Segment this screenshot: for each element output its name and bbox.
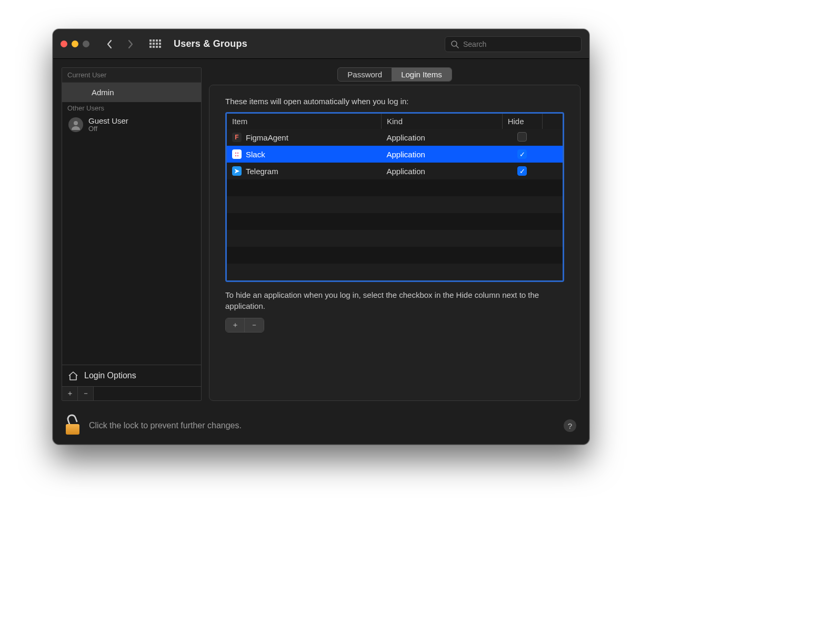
lock-button[interactable] [66,417,79,435]
col-kind[interactable]: Kind [381,114,502,129]
add-login-item-button[interactable]: ＋ [226,318,245,332]
hide-hint-text: To hide an application when you log in, … [225,289,564,311]
table-row-empty [227,247,563,264]
show-all-preferences-button[interactable] [149,39,162,49]
svg-point-2 [74,121,78,125]
tab-login-items[interactable]: Login Items [392,68,452,81]
house-icon [67,370,79,381]
telegram-app-icon: ➤ [232,166,242,176]
login-items-description: These items will open automatically when… [225,97,564,106]
row-item-name: Telegram [246,167,278,176]
table-row-empty [227,213,563,230]
login-items-add-remove: ＋ － [225,318,264,333]
forward-button[interactable] [127,39,134,49]
avatar-icon [68,117,83,132]
slack-app-icon: :: [232,149,242,159]
login-options-label: Login Options [84,371,136,380]
hide-checkbox[interactable] [517,132,527,142]
sidebar-add-remove: ＋ － [62,386,201,400]
tab-segmented-control: Password Login Items [337,67,452,82]
sidebar-guest-user[interactable]: Guest User Off [62,113,201,136]
lock-hint-text: Click the lock to prevent further change… [89,421,242,430]
table-header-row: Item Kind Hide [227,114,563,129]
main-panel: Password Login Items These items will op… [209,67,580,401]
table-row[interactable]: ➤TelegramApplication✓ [227,163,563,179]
col-item[interactable]: Item [227,114,381,129]
guest-user-name: Guest User [88,116,128,125]
add-user-button[interactable]: ＋ [62,387,78,400]
back-button[interactable] [106,39,113,49]
table-row-empty [227,264,563,280]
titlebar: Users & Groups [53,29,589,59]
sidebar-current-user[interactable]: Admin [62,83,201,102]
login-items-table[interactable]: Item Kind Hide FFigmaAgentApplication::S… [225,112,564,282]
row-item-name: FigmaAgent [246,133,288,142]
hide-checkbox[interactable]: ✓ [517,149,527,159]
table-row[interactable]: ::SlackApplication✓ [227,146,563,163]
figma-app-icon: F [232,133,242,142]
table-row-empty [227,230,563,247]
users-sidebar: Current User Admin Other Users Guest Use… [62,67,202,401]
search-icon [450,40,459,48]
table-row-empty [227,196,563,213]
row-kind: Application [381,146,502,163]
zoom-window-button[interactable] [83,41,89,47]
search-field[interactable] [445,36,582,52]
window-title: Users & Groups [174,38,247,49]
table-row-empty [227,179,563,196]
table-row[interactable]: FFigmaAgentApplication [227,129,563,146]
remove-login-item-button[interactable]: － [245,318,264,332]
footer: Click the lock to prevent further change… [53,407,589,444]
col-spacer [543,114,563,129]
nav-buttons [106,39,134,49]
chevron-right-icon [127,39,134,49]
preferences-window: Users & Groups Current User Admin Other … [53,29,589,445]
guest-user-status: Off [88,125,128,133]
tab-password[interactable]: Password [338,68,392,81]
search-input[interactable] [463,40,576,48]
row-item-name: Slack [246,150,265,159]
help-button[interactable]: ? [564,419,576,432]
svg-line-1 [456,46,458,48]
hide-checkbox[interactable]: ✓ [517,166,527,176]
current-user-label: Current User [62,68,201,83]
unlocked-lock-icon [66,417,79,435]
close-window-button[interactable] [61,41,67,47]
login-options-button[interactable]: Login Options [62,365,201,386]
chevron-left-icon [106,39,113,49]
traffic-lights [61,41,89,47]
other-users-label: Other Users [62,102,201,113]
col-hide[interactable]: Hide [502,114,543,129]
remove-user-button[interactable]: － [78,387,94,400]
minimize-window-button[interactable] [72,41,78,47]
row-kind: Application [381,129,502,146]
row-kind: Application [381,163,502,179]
